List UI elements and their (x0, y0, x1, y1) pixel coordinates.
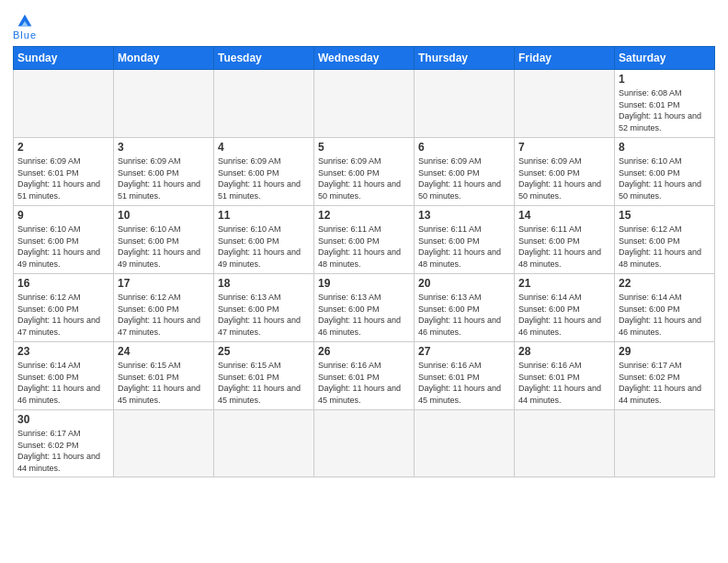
calendar-table: SundayMondayTuesdayWednesdayThursdayFrid… (13, 46, 715, 477)
calendar-week-6: 30Sunrise: 6:17 AMSunset: 6:02 PMDayligh… (14, 410, 715, 477)
calendar-cell (114, 70, 214, 138)
cell-info: Sunrise: 6:12 AMSunset: 6:00 PMDaylight:… (118, 292, 210, 338)
calendar-cell: 12Sunrise: 6:11 AMSunset: 6:00 PMDayligh… (314, 206, 415, 274)
calendar-cell: 29Sunrise: 6:17 AMSunset: 6:02 PMDayligh… (615, 342, 715, 410)
weekday-header-saturday: Saturday (615, 47, 715, 70)
cell-info: Sunrise: 6:16 AMSunset: 6:01 PMDaylight:… (518, 360, 610, 406)
day-number: 19 (318, 277, 410, 290)
calendar-cell: 2Sunrise: 6:09 AMSunset: 6:01 PMDaylight… (14, 138, 114, 206)
day-number: 3 (118, 141, 210, 154)
weekday-header-monday: Monday (114, 47, 214, 70)
day-number: 28 (518, 345, 610, 358)
calendar-cell: 20Sunrise: 6:13 AMSunset: 6:00 PMDayligh… (415, 274, 515, 342)
cell-info: Sunrise: 6:12 AMSunset: 6:00 PMDaylight:… (619, 224, 711, 270)
calendar-cell: 10Sunrise: 6:10 AMSunset: 6:00 PMDayligh… (114, 206, 214, 274)
day-number: 9 (17, 209, 109, 222)
day-number: 26 (318, 345, 410, 358)
calendar-cell: 1Sunrise: 6:08 AMSunset: 6:01 PMDaylight… (615, 70, 715, 138)
calendar-cell: 5Sunrise: 6:09 AMSunset: 6:00 PMDaylight… (314, 138, 415, 206)
calendar-cell (415, 70, 515, 138)
calendar-cell: 17Sunrise: 6:12 AMSunset: 6:00 PMDayligh… (114, 274, 214, 342)
day-number: 1 (619, 73, 711, 86)
day-number: 6 (418, 141, 510, 154)
cell-info: Sunrise: 6:09 AMSunset: 6:00 PMDaylight:… (218, 155, 310, 201)
calendar-cell: 18Sunrise: 6:13 AMSunset: 6:00 PMDayligh… (214, 274, 314, 342)
day-number: 8 (619, 141, 711, 154)
cell-info: Sunrise: 6:09 AMSunset: 6:00 PMDaylight:… (518, 155, 610, 201)
weekday-header-tuesday: Tuesday (214, 47, 314, 70)
day-number: 20 (418, 277, 510, 290)
calendar-cell: 26Sunrise: 6:16 AMSunset: 6:01 PMDayligh… (314, 342, 415, 410)
calendar-cell: 19Sunrise: 6:13 AMSunset: 6:00 PMDayligh… (314, 274, 415, 342)
calendar-cell (114, 410, 214, 477)
cell-info: Sunrise: 6:11 AMSunset: 6:00 PMDaylight:… (418, 224, 510, 270)
calendar-cell: 21Sunrise: 6:14 AMSunset: 6:00 PMDayligh… (515, 274, 615, 342)
day-number: 23 (17, 345, 109, 358)
day-number: 29 (619, 345, 711, 358)
calendar-cell: 25Sunrise: 6:15 AMSunset: 6:01 PMDayligh… (214, 342, 314, 410)
calendar-cell: 23Sunrise: 6:14 AMSunset: 6:00 PMDayligh… (14, 342, 114, 410)
cell-info: Sunrise: 6:09 AMSunset: 6:00 PMDaylight:… (318, 155, 410, 201)
logo-subtitle: Blue (13, 29, 37, 40)
day-number: 11 (218, 209, 310, 222)
calendar-week-4: 16Sunrise: 6:12 AMSunset: 6:00 PMDayligh… (14, 274, 715, 342)
day-number: 4 (218, 141, 310, 154)
calendar-week-1: 1Sunrise: 6:08 AMSunset: 6:01 PMDaylight… (14, 70, 715, 138)
day-number: 18 (218, 277, 310, 290)
day-number: 16 (17, 277, 109, 290)
weekday-header-wednesday: Wednesday (314, 47, 415, 70)
weekday-header-friday: Friday (515, 47, 615, 70)
calendar-week-5: 23Sunrise: 6:14 AMSunset: 6:00 PMDayligh… (14, 342, 715, 410)
calendar-cell: 27Sunrise: 6:16 AMSunset: 6:01 PMDayligh… (415, 342, 515, 410)
cell-info: Sunrise: 6:08 AMSunset: 6:01 PMDaylight:… (619, 87, 711, 133)
cell-info: Sunrise: 6:14 AMSunset: 6:00 PMDaylight:… (518, 292, 610, 338)
cell-info: Sunrise: 6:09 AMSunset: 6:00 PMDaylight:… (118, 155, 210, 201)
day-number: 25 (218, 345, 310, 358)
weekday-header-row: SundayMondayTuesdayWednesdayThursdayFrid… (14, 47, 715, 70)
cell-info: Sunrise: 6:14 AMSunset: 6:00 PMDaylight:… (17, 360, 109, 406)
day-number: 15 (619, 209, 711, 222)
calendar-page: Blue SundayMondayTuesdayWednesdayThursda… (0, 0, 728, 563)
logo-icon (15, 11, 35, 31)
header: Blue (13, 11, 715, 40)
calendar-cell: 4Sunrise: 6:09 AMSunset: 6:00 PMDaylight… (214, 138, 314, 206)
calendar-cell: 8Sunrise: 6:10 AMSunset: 6:00 PMDaylight… (615, 138, 715, 206)
calendar-cell (615, 410, 715, 477)
cell-info: Sunrise: 6:17 AMSunset: 6:02 PMDaylight:… (17, 428, 109, 474)
weekday-header-sunday: Sunday (14, 47, 114, 70)
calendar-cell (214, 70, 314, 138)
day-number: 7 (518, 141, 610, 154)
calendar-cell (214, 410, 314, 477)
calendar-cell (314, 410, 415, 477)
cell-info: Sunrise: 6:12 AMSunset: 6:00 PMDaylight:… (17, 292, 109, 338)
cell-info: Sunrise: 6:16 AMSunset: 6:01 PMDaylight:… (318, 360, 410, 406)
cell-info: Sunrise: 6:15 AMSunset: 6:01 PMDaylight:… (118, 360, 210, 406)
cell-info: Sunrise: 6:09 AMSunset: 6:01 PMDaylight:… (17, 155, 109, 201)
logo: Blue (13, 11, 37, 40)
day-number: 14 (518, 209, 610, 222)
weekday-header-thursday: Thursday (415, 47, 515, 70)
cell-info: Sunrise: 6:14 AMSunset: 6:00 PMDaylight:… (619, 292, 711, 338)
calendar-week-3: 9Sunrise: 6:10 AMSunset: 6:00 PMDaylight… (14, 206, 715, 274)
calendar-cell: 9Sunrise: 6:10 AMSunset: 6:00 PMDaylight… (14, 206, 114, 274)
cell-info: Sunrise: 6:10 AMSunset: 6:00 PMDaylight:… (619, 155, 711, 201)
calendar-cell (415, 410, 515, 477)
calendar-cell: 6Sunrise: 6:09 AMSunset: 6:00 PMDaylight… (415, 138, 515, 206)
cell-info: Sunrise: 6:13 AMSunset: 6:00 PMDaylight:… (318, 292, 410, 338)
day-number: 5 (318, 141, 410, 154)
calendar-cell (515, 410, 615, 477)
cell-info: Sunrise: 6:10 AMSunset: 6:00 PMDaylight:… (218, 224, 310, 270)
cell-info: Sunrise: 6:10 AMSunset: 6:00 PMDaylight:… (17, 224, 109, 270)
cell-info: Sunrise: 6:16 AMSunset: 6:01 PMDaylight:… (418, 360, 510, 406)
day-number: 21 (518, 277, 610, 290)
calendar-cell: 14Sunrise: 6:11 AMSunset: 6:00 PMDayligh… (515, 206, 615, 274)
cell-info: Sunrise: 6:09 AMSunset: 6:00 PMDaylight:… (418, 155, 510, 201)
day-number: 27 (418, 345, 510, 358)
calendar-week-2: 2Sunrise: 6:09 AMSunset: 6:01 PMDaylight… (14, 138, 715, 206)
cell-info: Sunrise: 6:11 AMSunset: 6:00 PMDaylight:… (518, 224, 610, 270)
calendar-cell: 13Sunrise: 6:11 AMSunset: 6:00 PMDayligh… (415, 206, 515, 274)
calendar-cell: 22Sunrise: 6:14 AMSunset: 6:00 PMDayligh… (615, 274, 715, 342)
calendar-cell: 7Sunrise: 6:09 AMSunset: 6:00 PMDaylight… (515, 138, 615, 206)
cell-info: Sunrise: 6:10 AMSunset: 6:00 PMDaylight:… (118, 224, 210, 270)
calendar-cell: 24Sunrise: 6:15 AMSunset: 6:01 PMDayligh… (114, 342, 214, 410)
